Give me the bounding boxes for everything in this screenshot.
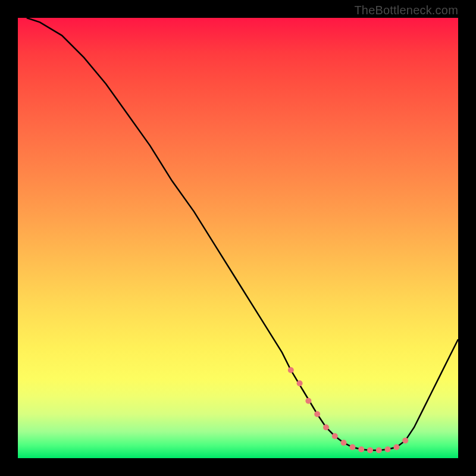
- watermark-text: TheBottleneck.com: [354, 4, 458, 17]
- highlight-dot: [332, 433, 338, 439]
- bottleneck-curve: [27, 18, 458, 450]
- highlight-dot: [297, 380, 303, 386]
- highlight-dot: [305, 398, 311, 404]
- highlight-dot: [358, 446, 364, 452]
- chart-container: TheBottleneck.com: [0, 0, 476, 476]
- highlight-dot: [288, 367, 294, 373]
- highlight-dot: [323, 424, 329, 430]
- highlight-dot: [349, 444, 355, 450]
- highlight-dot: [367, 447, 373, 453]
- highlight-dot: [385, 446, 391, 452]
- plot-area: [18, 18, 458, 458]
- curve-svg: [18, 18, 458, 458]
- highlight-dot: [314, 411, 320, 417]
- highlight-dot: [402, 437, 408, 443]
- highlight-dot: [376, 447, 382, 453]
- highlight-dot: [341, 440, 347, 446]
- highlight-dot: [393, 444, 399, 450]
